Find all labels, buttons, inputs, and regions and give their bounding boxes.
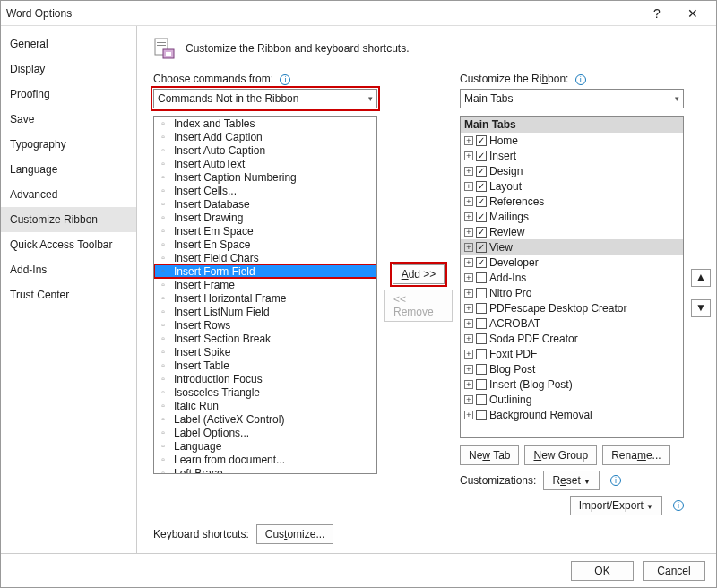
expander-icon[interactable]: + [464,273,473,282]
cancel-button[interactable]: Cancel [643,561,705,581]
expander-icon[interactable]: + [464,289,473,298]
command-item[interactable]: ▫Insert Caption Numbering [154,170,376,184]
tree-item-soda-pdf-creator[interactable]: +Soda PDF Creator [461,331,683,346]
customize-ribbon-dropdown[interactable]: Main Tabs ▾ [460,89,684,108]
checkbox[interactable]: ✓ [476,181,487,192]
new-tab-button[interactable]: New Tab [460,445,519,465]
add-button[interactable]: Add >> [393,264,445,284]
sidebar-item-customize-ribbon[interactable]: Customize Ribbon [1,207,136,232]
reset-button[interactable]: Reset ▼ [543,471,600,490]
tree-item-foxit-pdf[interactable]: +Foxit PDF [461,346,683,361]
info-icon[interactable]: i [280,74,290,85]
expander-icon[interactable]: + [464,350,473,359]
expander-icon[interactable]: + [464,411,473,419]
sidebar-item-add-ins[interactable]: Add-Ins [1,257,136,282]
checkbox[interactable] [476,318,487,329]
help-button[interactable]: ? [639,6,675,21]
checkbox[interactable] [476,349,487,359]
checkbox[interactable]: ✓ [476,212,487,222]
command-item[interactable]: ▫Left Brace [154,466,376,474]
checkbox[interactable]: ✓ [476,196,487,207]
expander-icon[interactable]: + [464,228,473,237]
expander-icon[interactable]: + [464,365,473,374]
tree-item-nitro-pro[interactable]: +Nitro Pro [461,285,683,300]
choose-commands-dropdown[interactable]: Commands Not in the Ribbon ▾ [153,89,377,108]
sidebar-item-quick-access-toolbar[interactable]: Quick Access Toolbar [1,232,136,257]
checkbox[interactable] [476,303,487,314]
checkbox[interactable]: ✓ [476,227,487,238]
expander-icon[interactable]: + [464,151,473,160]
expander-icon[interactable]: + [464,182,473,191]
tree-item-home[interactable]: +✓Home [461,133,683,148]
move-down-button[interactable]: ▼ [691,299,711,317]
info-icon[interactable]: i [673,500,684,511]
expander-icon[interactable]: + [464,380,473,389]
tree-item-pdfescape-desktop-creator[interactable]: +PDFescape Desktop Creator [461,300,683,316]
checkbox[interactable]: ✓ [476,151,487,161]
command-item[interactable]: ▫Index and Tables [154,117,376,130]
command-item[interactable]: ▫Insert Auto Caption [154,143,376,157]
tree-item-background-removal[interactable]: +Background Removal [461,407,683,422]
info-icon[interactable]: i [575,74,586,85]
expander-icon[interactable]: + [464,243,473,252]
checkbox[interactable] [476,394,487,405]
expander-icon[interactable]: + [464,212,473,221]
command-item[interactable]: ▫Insert Spike [154,345,376,359]
tree-item-blog-post[interactable]: +Blog Post [461,361,683,376]
sidebar-item-typography[interactable]: Typography [1,132,136,157]
checkbox[interactable] [476,410,487,420]
expander-icon[interactable]: + [464,136,473,145]
tree-item-view[interactable]: +✓View [461,239,683,255]
commands-listbox[interactable]: ▫Index and Tables▫Insert Add Caption▫Ins… [153,116,377,474]
checkbox[interactable] [476,272,487,283]
checkbox[interactable]: ✓ [476,135,487,146]
rename-button[interactable]: Rename... [602,445,669,465]
command-item[interactable]: ▫Insert Em Space [154,224,376,238]
command-item[interactable]: ▫Insert Database [154,197,376,211]
command-item[interactable]: ▫Italic Run [154,399,376,412]
command-item[interactable]: ▫Insert En Space [154,238,376,251]
tabs-tree[interactable]: Main Tabs+✓Home+✓Insert+✓Design+✓Layout+… [460,116,684,438]
tree-item-review[interactable]: +✓Review [461,224,683,239]
move-up-button[interactable]: ▲ [691,269,711,287]
command-item[interactable]: ▫Insert Table [154,359,376,372]
expander-icon[interactable]: + [464,167,473,176]
sidebar-item-advanced[interactable]: Advanced [1,182,136,207]
info-icon[interactable]: i [610,475,621,486]
command-item[interactable]: ▫Insert Drawing [154,211,376,224]
tree-item-acrobat[interactable]: +ACROBAT [461,316,683,331]
expander-icon[interactable]: + [464,395,473,404]
checkbox[interactable] [476,288,487,298]
command-item[interactable]: ▫Label Options... [154,426,376,439]
close-button[interactable]: ✕ [675,6,711,21]
tree-item-developer[interactable]: +✓Developer [461,255,683,270]
expander-icon[interactable]: + [464,334,473,343]
command-item[interactable]: ▫Learn from document... [154,453,376,466]
command-item[interactable]: ▫Insert Form Field [154,264,376,278]
tree-item-layout[interactable]: +✓Layout [461,178,683,194]
command-item[interactable]: ▫Insert Add Caption [154,130,376,143]
command-item[interactable]: ▫Insert Frame [154,278,376,291]
command-item[interactable]: ▫Introduction Focus [154,372,376,385]
sidebar-item-proofing[interactable]: Proofing [1,82,136,107]
sidebar-item-save[interactable]: Save [1,107,136,132]
tree-item-insert[interactable]: +✓Insert [461,148,683,163]
checkbox[interactable] [476,333,487,344]
tree-item-mailings[interactable]: +✓Mailings [461,209,683,224]
checkbox[interactable] [476,379,487,390]
import-export-button[interactable]: Import/Export ▼ [570,496,662,515]
command-item[interactable]: ▫Insert Section Break [154,332,376,345]
expander-icon[interactable]: + [464,319,473,328]
expander-icon[interactable]: + [464,304,473,313]
checkbox[interactable] [476,364,487,375]
customize-shortcuts-button[interactable]: Customize... [256,524,334,544]
tree-item-references[interactable]: +✓References [461,194,683,209]
expander-icon[interactable]: + [464,258,473,267]
command-item[interactable]: ▫Language [154,439,376,453]
checkbox[interactable]: ✓ [476,242,487,253]
ok-button[interactable]: OK [571,561,634,581]
command-item[interactable]: ▫Insert Horizontal Frame [154,291,376,305]
command-item[interactable]: ▫Insert ListNum Field [154,305,376,318]
sidebar-item-trust-center[interactable]: Trust Center [1,282,136,307]
command-item[interactable]: ▫Insert Cells... [154,184,376,197]
